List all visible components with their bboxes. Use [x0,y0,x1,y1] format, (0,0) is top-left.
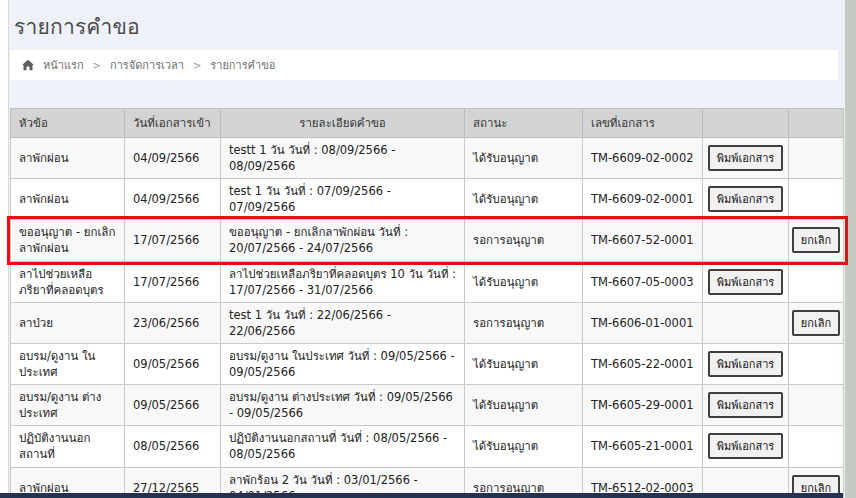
topic-cell: ลาไปช่วยเหลือภริยาที่คลอดบุตร [11,261,125,302]
cancel-action-cell [789,343,844,384]
col-header-status: สถานะ [465,109,583,138]
table-row: อบรม/ดูงาน ต่างประเทศ 09/05/2566 อบรม/ดู… [11,385,844,426]
print-document-button[interactable]: พิมพ์เอกสาร [708,145,784,171]
breadcrumb-separator: > [193,60,201,71]
status-cell: ได้รับอนุญาต [465,343,583,384]
breadcrumb: หน้าแรก > การจัดการเวลา > รายการคำขอ [10,50,838,80]
detail-cell: testt 1 วัน วันที่ : 08/09/2566 - 08/09/… [221,138,465,179]
left-edge-strip [0,0,9,498]
breadcrumb-separator: > [93,60,101,71]
print-document-button[interactable]: พิมพ์เอกสาร [708,269,784,295]
status-cell: รอการอนุญาต [465,302,583,343]
table-row: อบรม/ดูงาน ในประเทศ 09/05/2566 อบรม/ดูงา… [11,343,844,384]
detail-cell: test 1 วัน วันที่ : 07/09/2566 - 07/09/2… [221,179,465,220]
print-action-cell: พิมพ์เอกสาร [703,343,789,384]
topic-cell: ลาพักผ่อน [11,179,125,220]
request-table-container: หัวข้อ วันที่เอกสารเข้า รายละเอียดคำขอ ส… [10,108,843,498]
date-cell: 17/07/2566 [125,261,221,302]
cancel-action-cell: ยกเลิก [789,302,844,343]
request-table-body: ลาพักผ่อน 04/09/2566 testt 1 วัน วันที่ … [11,138,844,498]
print-document-button[interactable]: พิมพ์เอกสาร [708,351,784,377]
status-cell: ได้รับอนุญาต [465,385,583,426]
print-document-button[interactable]: พิมพ์เอกสาร [708,186,784,212]
cancel-action-cell [789,385,844,426]
date-cell: 17/07/2566 [125,220,221,261]
cancel-action-cell [789,179,844,220]
topic-cell: อบรม/ดูงาน ในประเทศ [11,343,125,384]
date-cell: 04/09/2566 [125,138,221,179]
cancel-action-cell: ยกเลิก [789,220,844,261]
status-cell: ได้รับอนุญาต [465,179,583,220]
col-header-date: วันที่เอกสารเข้า [125,109,221,138]
table-header-row: หัวข้อ วันที่เอกสารเข้า รายละเอียดคำขอ ส… [11,109,844,138]
status-cell: ได้รับอนุญาต [465,261,583,302]
home-icon[interactable] [22,59,34,71]
print-action-cell: พิมพ์เอกสาร [703,426,789,467]
col-header-topic: หัวข้อ [11,109,125,138]
doc-number-cell: TM-6607-05-0003 [583,261,703,302]
topic-cell: ปฏิบัติงานนอกสถานที่ [11,426,125,467]
cancel-button[interactable]: ยกเลิก [792,227,840,253]
status-cell: ได้รับอนุญาต [465,138,583,179]
detail-cell: ลาไปช่วยเหลือภริยาที่คลอดบุตร 10 วัน วัน… [221,261,465,302]
print-action-cell: พิมพ์เอกสาร [703,385,789,426]
doc-number-cell: TM-6606-01-0001 [583,302,703,343]
detail-cell: test 1 วัน วันที่ : 22/06/2566 - 22/06/2… [221,302,465,343]
date-cell: 09/05/2566 [125,343,221,384]
table-row: ลาพักผ่อน 04/09/2566 testt 1 วัน วันที่ … [11,138,844,179]
col-header-detail: รายละเอียดคำขอ [221,109,465,138]
date-cell: 09/05/2566 [125,385,221,426]
status-cell: รอการอนุญาต [465,220,583,261]
topic-cell: ลาพักผ่อน [11,138,125,179]
footer-bar [0,493,843,498]
scrollbar-track[interactable] [845,0,856,498]
cancel-action-cell [789,261,844,302]
topic-cell: ขออนุญาต - ยกเลิกลาพักผ่อน [11,220,125,261]
request-list-page: รายการคำขอ หน้าแรก > การจัดการเวลา > ราย… [0,0,856,498]
date-cell: 08/05/2566 [125,426,221,467]
page-title: รายการคำขอ [14,10,140,43]
doc-number-cell: TM-6609-02-0001 [583,179,703,220]
col-header-doc-number: เลขที่เอกสาร [583,109,703,138]
table-row: ลาพักผ่อน 04/09/2566 test 1 วัน วันที่ :… [11,179,844,220]
breadcrumb-time-management[interactable]: การจัดการเวลา [110,56,184,74]
date-cell: 04/09/2566 [125,179,221,220]
cancel-action-cell [789,138,844,179]
doc-number-cell: TM-6607-52-0001 [583,220,703,261]
breadcrumb-home[interactable]: หน้าแรก [43,56,84,74]
table-row: ขออนุญาต - ยกเลิกลาพักผ่อน 17/07/2566 ขอ… [11,220,844,261]
detail-cell: อบรม/ดูงาน ในประเทศ วันที่ : 09/05/2566 … [221,343,465,384]
print-document-button[interactable]: พิมพ์เอกสาร [708,392,784,418]
table-row: ลาไปช่วยเหลือภริยาที่คลอดบุตร 17/07/2566… [11,261,844,302]
cancel-action-cell [789,426,844,467]
table-row: ลาป่วย 23/06/2566 test 1 วัน วันที่ : 22… [11,302,844,343]
print-action-cell: พิมพ์เอกสาร [703,261,789,302]
status-cell: ได้รับอนุญาต [465,426,583,467]
detail-cell: อบรม/ดูงาน ต่างประเทศ วันที่ : 09/05/256… [221,385,465,426]
detail-cell: ปฏิบัติงานนอกสถานที่ วันที่ : 08/05/2566… [221,426,465,467]
col-header-print [703,109,789,138]
detail-cell: ขออนุญาต - ยกเลิกลาพักผ่อน วันที่ : 20/0… [221,220,465,261]
doc-number-cell: TM-6605-22-0001 [583,343,703,384]
request-table: หัวข้อ วันที่เอกสารเข้า รายละเอียดคำขอ ส… [10,108,844,498]
topic-cell: ลาป่วย [11,302,125,343]
doc-number-cell: TM-6605-21-0001 [583,426,703,467]
print-action-cell [703,220,789,261]
print-action-cell: พิมพ์เอกสาร [703,138,789,179]
topic-cell: อบรม/ดูงาน ต่างประเทศ [11,385,125,426]
print-action-cell [703,302,789,343]
breadcrumb-request-list[interactable]: รายการคำขอ [210,56,275,74]
print-document-button[interactable]: พิมพ์เอกสาร [708,433,784,459]
cancel-button[interactable]: ยกเลิก [792,310,840,336]
doc-number-cell: TM-6609-02-0002 [583,138,703,179]
date-cell: 23/06/2566 [125,302,221,343]
col-header-cancel [789,109,844,138]
doc-number-cell: TM-6605-29-0001 [583,385,703,426]
print-action-cell: พิมพ์เอกสาร [703,179,789,220]
table-row: ปฏิบัติงานนอกสถานที่ 08/05/2566 ปฏิบัติง… [11,426,844,467]
